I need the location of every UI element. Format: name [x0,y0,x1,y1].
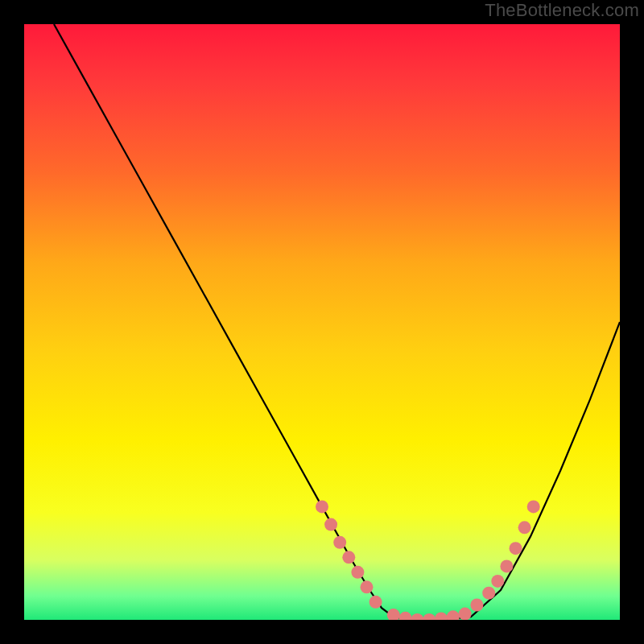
data-point-marker [333,536,346,549]
data-point-marker [399,612,412,620]
data-point-marker [423,613,436,620]
data-point-marker [482,587,495,600]
chart-frame: TheBottleneck.com [0,0,644,644]
marker-group [316,500,540,620]
data-point-marker [324,518,337,531]
data-point-marker [342,551,355,564]
data-point-marker [387,609,400,620]
data-point-marker [527,500,540,513]
data-point-marker [510,542,522,555]
plot-area [24,24,620,620]
data-point-marker [500,559,513,572]
data-point-marker [447,610,460,620]
data-point-marker [411,613,423,620]
data-point-marker [351,566,364,579]
data-point-marker [369,596,382,609]
data-point-marker [491,575,504,588]
data-point-marker [316,500,328,513]
data-point-marker [435,613,448,621]
data-point-marker [470,599,483,612]
data-point-marker [459,608,472,620]
data-point-marker [518,521,531,534]
bottleneck-curve [54,24,620,620]
chart-svg [24,24,620,620]
watermark-text: TheBottleneck.com [485,0,639,21]
data-point-marker [361,580,374,593]
